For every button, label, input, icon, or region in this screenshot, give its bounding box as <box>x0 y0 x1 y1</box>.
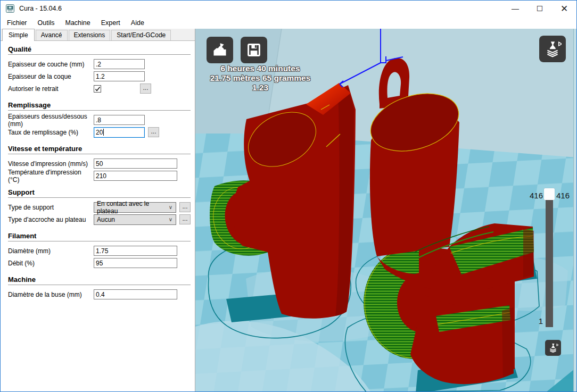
tab-extensions[interactable]: Extensions <box>69 30 111 40</box>
fill-density-more-button[interactable]: ... <box>148 127 159 137</box>
setting-label: Vitesse d'impression (mm/s) <box>8 160 94 168</box>
print-temperature-input[interactable] <box>94 171 177 181</box>
setting-row: Diamètre (mm) <box>8 245 191 257</box>
text-caret <box>103 129 104 136</box>
section-rule <box>8 197 191 198</box>
menu-machine[interactable]: Machine <box>60 18 95 28</box>
top-bottom-thickness-input[interactable] <box>94 115 145 125</box>
settings-column: Simple Avancé Extensions Start/End-GCode… <box>1 29 195 391</box>
cura-window: Cura - 15.04.6 — ☐ ✕ Fichier Outils Mach… <box>0 0 577 392</box>
print-cost: 1.23 <box>195 83 325 93</box>
tab-strip: Simple Avancé Extensions Start/End-GCode <box>1 29 195 41</box>
nozzle-size-input[interactable] <box>94 289 177 299</box>
load-model-button[interactable] <box>207 37 233 63</box>
window-title: Cura - 15.04.6 <box>19 5 62 12</box>
setting-row: Type de support En contact avec le plate… <box>8 201 191 213</box>
3d-viewport[interactable]: 6 heures 40 minutes 21.75 mètres 65 gram… <box>195 29 576 391</box>
section-title-qualite: Qualité <box>8 45 191 53</box>
window-controls: — ☐ ✕ <box>503 1 576 16</box>
setting-label: Débit (%) <box>8 260 94 267</box>
layer-max-label: 416 <box>530 191 543 200</box>
retraction-more-button[interactable]: ... <box>140 84 151 94</box>
tab-avance[interactable]: Avancé <box>36 30 68 40</box>
shell-thickness-input[interactable] <box>94 71 145 81</box>
cura-app-icon <box>6 4 14 13</box>
filament-flow-input[interactable] <box>94 258 177 268</box>
setting-label: Diamètre (mm) <box>8 247 94 255</box>
section-rule <box>8 154 191 154</box>
setting-label: Diamètre de la buse (mm) <box>8 291 94 298</box>
fill-density-input[interactable]: 20 <box>94 127 145 138</box>
layers-view-small-icon <box>548 343 558 353</box>
layers-toggle-button[interactable] <box>545 340 561 356</box>
save-toolpath-button[interactable] <box>241 37 267 63</box>
save-icon <box>246 42 262 58</box>
retraction-checkbox[interactable] <box>94 85 101 93</box>
titlebar: Cura - 15.04.6 — ☐ ✕ <box>1 1 576 16</box>
minimize-button[interactable]: — <box>503 1 527 16</box>
section-rule <box>8 285 191 285</box>
layers-view-icon <box>543 40 562 58</box>
section-title-vitesse: Vitesse et température <box>8 145 191 153</box>
chevron-down-icon: ∨ <box>169 204 176 210</box>
maximize-button[interactable]: ☐ <box>527 1 552 16</box>
setting-label: Epaisseur de la coque <box>8 73 94 80</box>
setting-label: Autoriser le retrait <box>8 85 94 93</box>
menu-expert[interactable]: Expert <box>96 18 126 28</box>
chevron-down-icon: ∨ <box>169 216 176 222</box>
close-button[interactable]: ✕ <box>552 1 576 16</box>
setting-label: Epaisseurs dessus/dessous (mm) <box>8 113 94 128</box>
setting-row: Type d'accroche au plateau Aucun ∨ ... <box>8 213 191 226</box>
section-title-support: Support <box>8 188 191 196</box>
view-mode-button[interactable] <box>539 36 566 62</box>
menu-aide[interactable]: Aide <box>126 18 150 28</box>
setting-label: Température d'impression (°C) <box>8 169 94 184</box>
setting-label: Epaisseur de couche (mm) <box>8 61 94 68</box>
layer-height-input[interactable] <box>94 59 145 69</box>
settings-panel: Qualité Epaisseur de couche (mm) Epaisse… <box>1 41 195 391</box>
section-title-machine: Machine <box>8 276 191 283</box>
menu-outils[interactable]: Outils <box>32 18 60 28</box>
filament-diameter-input[interactable] <box>94 246 177 256</box>
section-rule <box>8 54 191 55</box>
setting-row: Epaisseur de couche (mm) <box>8 58 191 70</box>
setting-row: Température d'impression (°C) <box>8 170 191 182</box>
support-type-value: En contact avec le plateau <box>97 200 169 215</box>
checkmark-icon <box>95 86 101 92</box>
setting-row: Epaisseur de la coque <box>8 70 191 82</box>
setting-label: Type de support <box>8 204 94 211</box>
platform-adhesion-more-button[interactable]: ... <box>179 214 191 224</box>
menu-fichier[interactable]: Fichier <box>2 18 32 28</box>
support-type-select[interactable]: En contact avec le plateau ∨ <box>94 202 176 213</box>
support-more-button[interactable]: ... <box>179 202 191 212</box>
tab-simple[interactable]: Simple <box>2 29 35 41</box>
setting-label: Taux de remplissage (%) <box>8 129 94 136</box>
section-rule <box>8 241 191 241</box>
setting-row: Diamètre de la buse (mm) <box>8 288 191 301</box>
setting-row: Epaisseurs dessus/dessous (mm) <box>8 114 191 126</box>
layer-current-label: 416 <box>556 191 570 200</box>
print-time: 6 heures 40 minutes <box>195 64 325 73</box>
setting-row: Taux de remplissage (%) 20 ... <box>8 126 191 138</box>
layer-min-label: 1 <box>539 316 543 326</box>
section-title-filament: Filament <box>8 232 191 240</box>
platform-adhesion-select[interactable]: Aucun ∨ <box>94 214 176 225</box>
tab-start-end-gcode[interactable]: Start/End-GCode <box>111 30 171 40</box>
print-speed-input[interactable] <box>94 159 177 169</box>
layer-slider-track[interactable] <box>546 190 553 327</box>
section-title-remplissage: Remplissage <box>8 101 191 109</box>
layer-slider-handle[interactable] <box>544 188 555 200</box>
print-stats: 6 heures 40 minutes 21.75 mètres 65 gram… <box>195 64 325 93</box>
menu-bar: Fichier Outils Machine Expert Aide <box>1 16 576 29</box>
setting-row: Autoriser le retrait ... <box>8 82 191 95</box>
viewport-edge-scrollbar[interactable] <box>573 29 576 391</box>
setting-label: Type d'accroche au plateau <box>8 216 94 223</box>
fill-density-value: 20 <box>96 129 103 136</box>
platform-adhesion-value: Aucun <box>97 216 115 223</box>
print-material: 21.75 mètres 65 grammes <box>195 73 325 83</box>
section-rule <box>8 110 191 111</box>
load-model-icon <box>212 42 228 58</box>
setting-row: Débit (%) <box>8 257 191 269</box>
main-content: Simple Avancé Extensions Start/End-GCode… <box>1 29 576 391</box>
